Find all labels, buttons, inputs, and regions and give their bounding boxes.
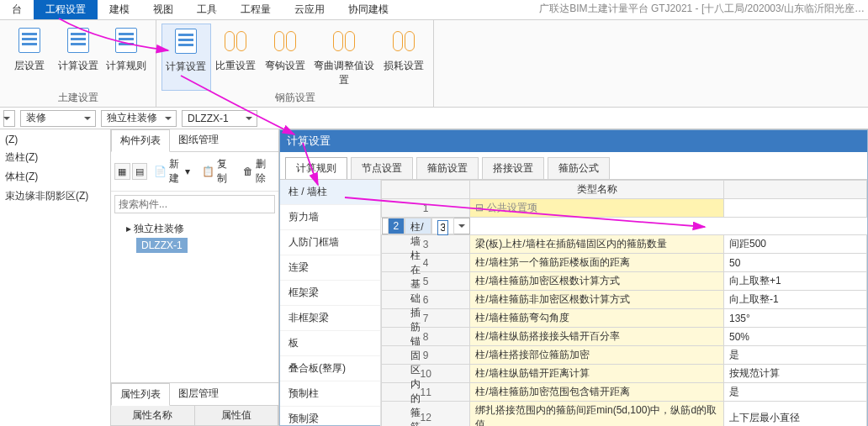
menu-tab-tools[interactable]: 工具 [185, 0, 229, 19]
prop-col-name: 属性名称 [111, 406, 195, 425]
category-item[interactable]: 柱 / 墙柱 [280, 180, 380, 205]
menu-tab-quantity[interactable]: 工程量 [229, 0, 283, 19]
component-search-input[interactable] [114, 195, 275, 213]
row-value-cell[interactable] [724, 199, 867, 218]
category-item[interactable]: 板 [280, 331, 380, 356]
dialog-title: 计算设置 [280, 130, 867, 152]
tab-hoop-set[interactable]: 箍筋设置 [416, 157, 479, 179]
bend-icon [272, 27, 299, 54]
rule-icon [113, 27, 140, 54]
tree-item[interactable]: 造柱(Z) [3, 148, 107, 167]
menu-tab-cloud[interactable]: 云应用 [283, 0, 336, 19]
row-value-cell[interactable]: 是 [724, 383, 867, 402]
tree-leaf-selected[interactable]: DLZZX-1 [136, 238, 188, 253]
row-value-cell[interactable]: 按规范计算 [724, 365, 867, 383]
new-button[interactable]: 📄 新建 ▾ [149, 155, 194, 188]
ribbon-calc-settings-civil[interactable]: 计算设置 [54, 24, 103, 91]
row-name: 柱/墙柱搭接部位箍筋加密 [470, 346, 724, 365]
grid-row[interactable]: 7 柱/墙柱箍筋弯勾角度135° [382, 309, 867, 328]
tree-item[interactable]: (Z) [3, 131, 107, 148]
category-item[interactable]: 叠合板(整厚) [280, 356, 380, 381]
row-name: 柱/墙柱在基础插筋锚固区内的箍筋数量 [405, 218, 431, 234]
ribbon-label: 损耗设置 [384, 59, 424, 73]
component-toolbar: ▦ ▤ 📄 新建 ▾ 📋 复制 🗑 删除 [111, 152, 278, 192]
ribbon-loss-settings[interactable]: 损耗设置 [378, 24, 428, 91]
window-title-fragment: 广联达BIM土建计量平台 GTJ2021 - [十八工局/202003/山东临沂… [539, 2, 865, 16]
toolbar-icon-2[interactable]: ▤ [132, 163, 148, 180]
grid-row[interactable]: 12 绑扎搭接范围内的箍筋间距min(5d,100)中，纵筋d的取值上下层最小直… [382, 402, 867, 427]
calc-icon [65, 27, 92, 54]
grid-row[interactable]: 11 柱/墙柱箍筋加密范围包含错开距离是 [382, 383, 867, 402]
menu-tab-view[interactable]: 视图 [141, 0, 185, 19]
tab-property-list[interactable]: 属性列表 [111, 383, 170, 406]
toolbar-icon-1[interactable]: ▦ [114, 163, 130, 180]
category-item[interactable]: 框架梁 [280, 281, 380, 306]
grid-row[interactable]: 8 柱/墙柱纵筋搭接接头错开百分率50% [382, 328, 867, 346]
menu-tab-collab[interactable]: 协同建模 [336, 0, 400, 19]
row-value-cell[interactable]: 135° [724, 309, 867, 328]
ribbon-calc-rules[interactable]: 计算规则 [102, 24, 151, 91]
grid-header-name: 类型名称 [470, 181, 724, 199]
grid-row[interactable]: 9 柱/墙柱搭接部位箍筋加密是 [382, 346, 867, 365]
menu-tab-modeling[interactable]: 建模 [98, 0, 141, 19]
row-value-cell[interactable]: 50 [724, 254, 867, 272]
selector-level[interactable] [3, 110, 15, 127]
tab-layer-manage[interactable]: 图层管理 [170, 383, 227, 405]
selector-component[interactable]: DLZZX-1 [182, 110, 257, 127]
row-value-cell[interactable]: 50% [724, 328, 867, 346]
row-name: 柱/墙柱纵筋搭接接头错开百分率 [470, 328, 724, 346]
menu-tab-stage[interactable]: 台 [0, 0, 34, 19]
grid-row[interactable]: 10 柱/墙柱纵筋错开距离计算按规范计算 [382, 365, 867, 383]
category-item[interactable]: 非框架梁 [280, 306, 380, 331]
category-item[interactable]: 预制柱 [280, 381, 380, 407]
row-value-cell[interactable] [431, 218, 454, 234]
delete-button[interactable]: 🗑 删除 [238, 155, 275, 188]
row-value-cell[interactable]: 是 [724, 346, 867, 365]
row-name: 柱/墙柱箍筋加密范围包含错开距离 [470, 383, 724, 402]
tab-component-list[interactable]: 构件列表 [111, 129, 170, 152]
tree-node[interactable]: ▸ 独立柱装修 [116, 220, 273, 238]
copy-button[interactable]: 📋 复制 [197, 155, 236, 188]
tab-drawing-manage[interactable]: 图纸管理 [170, 129, 227, 151]
menu-tab-project-settings[interactable]: 工程设置 [34, 0, 98, 19]
tab-calc-rule[interactable]: 计算规则 [285, 157, 347, 179]
grid-row[interactable]: 5 柱/墙柱箍筋加密区根数计算方式向上取整+1 [382, 272, 867, 291]
ribbon-weight-settings[interactable]: 比重设置 [211, 24, 261, 91]
selector-category[interactable]: 装修 [20, 110, 96, 127]
component-tree: ▸ 独立柱装修 DLZZX-1 [111, 217, 278, 256]
ribbon-label: 弯曲调整值设置 [310, 59, 378, 87]
ribbon-bend-adjust-settings[interactable]: 弯曲调整值设置 [310, 24, 378, 91]
row-value-cell[interactable]: 向上取整+1 [724, 272, 867, 291]
selector-subcategory[interactable]: 独立柱装修 [101, 110, 177, 127]
layer-icon [16, 27, 43, 54]
row-name: 梁(板)上柱/墙柱在插筋锚固区内的箍筋数量 [470, 235, 724, 254]
grid-header-value [724, 181, 867, 199]
category-list: 柱 / 墙柱剪力墙人防门框墙连梁框架梁非框架梁板叠合板(整厚)预制柱预制梁 [280, 180, 381, 426]
category-item[interactable]: 人防门框墙 [280, 230, 380, 255]
grid-row[interactable]: 6 柱/墙柱箍筋非加密区根数计算方式向上取整-1 [382, 291, 867, 309]
tab-hoop-formula[interactable]: 箍筋公式 [548, 157, 610, 179]
grid-row[interactable]: 1⊟ 公共设置项 [382, 199, 867, 218]
category-item[interactable]: 连梁 [280, 255, 380, 281]
weight-icon [222, 27, 249, 54]
grid-row[interactable]: 3 梁(板)上柱/墙柱在插筋锚固区内的箍筋数量间距500 [382, 235, 867, 254]
ribbon-label: 计算设置 [58, 59, 98, 73]
tab-node-set[interactable]: 节点设置 [351, 157, 413, 179]
settings-grid: 类型名称 1⊟ 公共设置项2 柱/墙柱在基础插筋锚固区内的箍筋数量3 梁(板)上… [381, 180, 867, 426]
row-value-cell[interactable]: 向上取整-1 [724, 291, 867, 309]
row-value-cell[interactable]: 上下层最小直径 [724, 402, 867, 427]
row-value-cell[interactable]: 间距500 [724, 235, 867, 254]
grid-row[interactable]: 2 柱/墙柱在基础插筋锚固区内的箍筋数量 [382, 218, 470, 234]
ribbon-calc-settings-rebar[interactable]: 计算设置 [161, 24, 211, 91]
ribbon-layer-settings[interactable]: 层设置 [5, 24, 54, 91]
row-number: 9 [382, 346, 470, 365]
tree-item[interactable]: 束边缘非阴影区(Z) [3, 187, 107, 206]
tree-item[interactable]: 体柱(Z) [3, 167, 107, 187]
grid-row[interactable]: 4 柱/墙柱第一个箍筋距楼板面的距离50 [382, 254, 867, 272]
ribbon-bend-settings[interactable]: 弯钩设置 [260, 24, 310, 91]
ribbon-label: 计算规则 [106, 59, 146, 73]
tab-lap-set[interactable]: 搭接设置 [482, 157, 544, 179]
row-value-input[interactable] [437, 220, 448, 235]
category-item[interactable]: 预制梁 [280, 407, 380, 426]
category-item[interactable]: 剪力墙 [280, 205, 380, 230]
